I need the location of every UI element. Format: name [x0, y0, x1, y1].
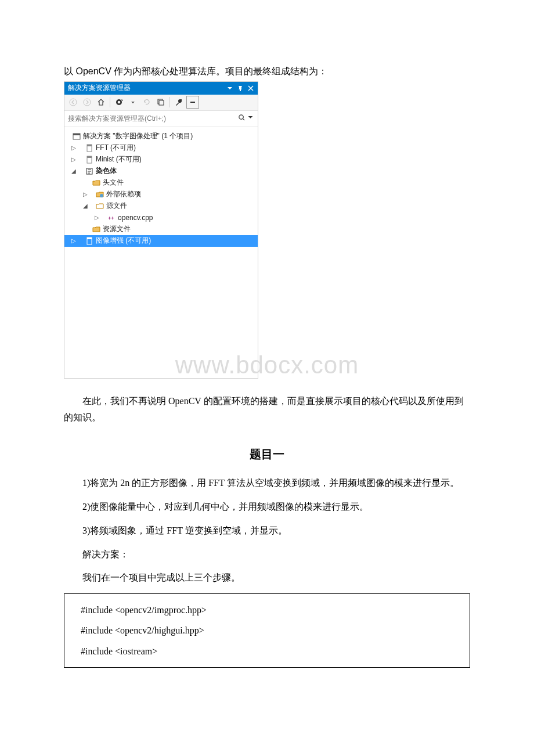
svg-point-3: [118, 101, 121, 104]
collapse-all-button[interactable]: [154, 96, 167, 109]
code-line: #include <opencv2/highgui.hpp>: [81, 620, 465, 640]
pin-icon[interactable]: [237, 85, 244, 92]
project-icon: [85, 237, 93, 245]
section-title: 题目一: [64, 444, 470, 465]
project-icon: [85, 156, 93, 164]
solution-explorer-panel: 解决方案资源管理器: [64, 81, 258, 379]
toolbar-separator: [110, 97, 110, 107]
project-image-enhance[interactable]: ▷ 图像增强 (不可用): [64, 235, 258, 247]
expand-icon[interactable]: ▷: [82, 191, 89, 197]
svg-rect-5: [159, 100, 164, 105]
folder-icon: [92, 225, 100, 233]
folder-resources[interactable]: 资源文件: [64, 224, 258, 235]
collapse-icon[interactable]: ◢: [70, 168, 77, 174]
svg-rect-6: [190, 102, 195, 103]
panel-title: 解决方案资源管理器: [68, 83, 226, 93]
properties-button[interactable]: [172, 96, 185, 109]
svg-rect-13: [87, 156, 92, 158]
show-all-button[interactable]: [186, 96, 199, 109]
solution-label: 解决方案 "数字图像处理" (1 个项目): [83, 131, 193, 141]
svg-text:++: ++: [108, 215, 114, 221]
search-icon[interactable]: [238, 114, 246, 123]
project-fft[interactable]: ▷ FFT (不可用): [64, 142, 258, 154]
code-block: #include <opencv2/imgproc.hpp> #include …: [64, 593, 470, 668]
solution-desc: 我们在一个项目中完成以上三个步骤。: [64, 570, 470, 586]
collapse-icon[interactable]: ◢: [82, 203, 89, 209]
project-label: 图像增强 (不可用): [96, 236, 151, 246]
file-label: opencv.cpp: [118, 214, 153, 222]
home-button[interactable]: [95, 96, 107, 109]
folder-label: 源文件: [106, 201, 127, 211]
toolbar-dropdown[interactable]: [127, 96, 139, 109]
code-line: #include <iostream>: [81, 641, 465, 661]
project-label: 染色体: [96, 166, 117, 176]
svg-point-7: [239, 115, 243, 119]
cpp-file-icon: ++: [107, 214, 116, 222]
panel-empty-area: [64, 250, 258, 378]
close-icon[interactable]: [247, 85, 254, 92]
project-minist[interactable]: ▷ Minist (不可用): [64, 154, 258, 165]
svg-point-0: [70, 99, 77, 106]
svg-point-15: [100, 194, 103, 197]
question-1: 1)将宽为 2n 的正方形图像，用 FFT 算法从空域变换到频域，并用频域图像的…: [64, 475, 470, 492]
project-icon: [85, 144, 93, 152]
intro-text: 以 OpenCV 作为内部核心处理算法库。项目的最终组成结构为：: [64, 64, 470, 79]
sync-button[interactable]: [113, 96, 125, 109]
question-2: 2)使图像能量中心，对应到几何中心，并用频域图像的模来进行显示。: [64, 499, 470, 516]
expand-icon[interactable]: ▷: [93, 214, 100, 221]
forward-button[interactable]: [81, 96, 93, 109]
refresh-button[interactable]: [140, 96, 153, 109]
project-label: Minist (不可用): [96, 154, 142, 164]
panel-titlebar: 解决方案资源管理器: [64, 82, 258, 95]
search-bar: [64, 111, 258, 127]
dropdown-icon[interactable]: [226, 85, 233, 92]
question-3: 3)将频域图象，通过 FFT 逆变换到空域，并显示。: [64, 523, 470, 539]
folder-headers[interactable]: 头文件: [64, 177, 258, 189]
folder-icon: [96, 202, 104, 210]
expand-icon[interactable]: ▷: [70, 145, 77, 151]
project-icon: [85, 167, 93, 175]
panel-toolbar: [64, 95, 258, 111]
folder-label: 外部依赖项: [106, 189, 141, 199]
paragraph: 在此，我们不再说明 OpenCV 的配置环境的搭建，而是直接展示项目的核心代码以…: [64, 393, 470, 427]
folder-source[interactable]: ◢ 源文件: [64, 200, 258, 212]
solution-tree: 解决方案 "数字图像处理" (1 个项目) ▷ FFT (不可用) ▷ Mini…: [64, 127, 258, 250]
folder-label: 头文件: [103, 178, 124, 188]
folder-icon: [92, 179, 100, 187]
svg-point-1: [84, 99, 91, 106]
solution-node[interactable]: 解决方案 "数字图像处理" (1 个项目): [64, 131, 258, 142]
solution-label: 解决方案：: [64, 546, 470, 563]
toolbar-separator: [169, 97, 170, 107]
back-button[interactable]: [67, 96, 80, 109]
project-chromosome[interactable]: ◢ 染色体: [64, 165, 258, 177]
code-line: #include <opencv2/imgproc.hpp>: [81, 600, 465, 620]
solution-icon: [73, 132, 81, 141]
file-opencv-cpp[interactable]: ▷ ++ opencv.cpp: [64, 212, 258, 224]
folder-external-deps[interactable]: ▷ 外部依赖项: [64, 189, 258, 200]
folder-ref-icon: [96, 190, 104, 199]
expand-icon[interactable]: ▷: [70, 156, 77, 163]
project-label: FFT (不可用): [96, 143, 136, 153]
search-input[interactable]: [68, 114, 238, 123]
expand-icon[interactable]: ▷: [70, 237, 77, 244]
search-dropdown-icon[interactable]: [247, 114, 254, 123]
folder-label: 资源文件: [103, 224, 131, 234]
svg-rect-11: [87, 145, 92, 146]
svg-rect-18: [87, 237, 92, 239]
svg-rect-9: [73, 134, 80, 135]
